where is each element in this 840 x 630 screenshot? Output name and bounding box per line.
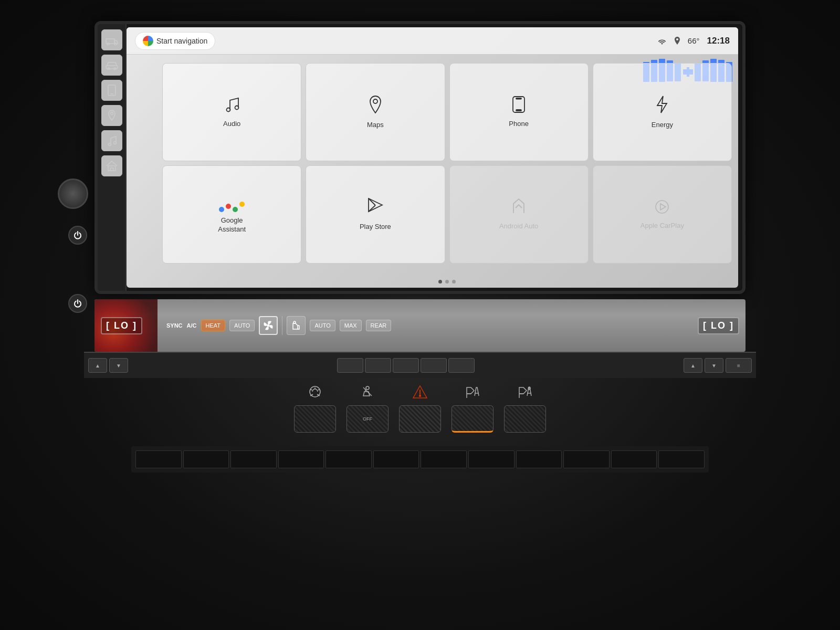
sidebar-icon-phone[interactable] (101, 80, 122, 101)
auto-button[interactable]: AUTO (310, 320, 335, 331)
vent-slot-6 (373, 450, 419, 468)
svg-rect-27 (516, 110, 521, 111)
svg-point-10 (113, 142, 116, 144)
app-tile-phone[interactable]: Phone (449, 63, 589, 161)
volume-knob[interactable] (58, 178, 88, 209)
vent-slot-5 (326, 450, 372, 468)
vent-slot-1 (135, 450, 182, 468)
vent-slot-9 (516, 450, 562, 468)
ctrl-btn-4[interactable] (421, 358, 447, 373)
rear-button[interactable]: REAR (366, 320, 392, 331)
ac-label[interactable]: A/C (187, 322, 197, 329)
sync-label[interactable]: SYNC (166, 322, 183, 329)
steering-heat-btn (294, 384, 336, 433)
ctrl-btn-2[interactable] (365, 358, 391, 373)
heat-button[interactable]: HEAT (201, 320, 226, 331)
fan-button[interactable] (259, 316, 278, 335)
sidebar-icon-music[interactable] (101, 130, 122, 151)
parking2-cap[interactable] (504, 405, 546, 433)
svg-rect-12 (110, 168, 113, 171)
nav-button-label: Start navigation (156, 37, 207, 45)
android-auto-icon (510, 198, 527, 218)
ctrl-btn-5[interactable] (448, 358, 475, 373)
play-store-icon (368, 198, 383, 218)
down-arrow-right[interactable]: ▼ (705, 358, 723, 373)
center-ctrl-group (128, 358, 684, 373)
svg-point-9 (108, 143, 111, 146)
ctrl-btn-3[interactable] (393, 358, 419, 373)
vent-bar (131, 446, 709, 472)
svg-marker-30 (660, 204, 666, 210)
apple-carplay-label: Apple CarPlay (640, 222, 684, 230)
vent-slot-10 (563, 450, 610, 468)
app-tile-google-assistant[interactable]: Google Assistant (162, 165, 301, 264)
seat-heat-button[interactable] (287, 316, 306, 335)
temperature-display: 66° (688, 36, 700, 45)
screen-bezel: Start navigation 66° 12:18 (94, 21, 746, 294)
left-temp-display[interactable]: [ LO ] (101, 317, 142, 334)
parking1-icon (465, 384, 480, 402)
max-button[interactable]: MAX (340, 320, 362, 331)
audio-icon (224, 96, 240, 116)
hazard-btn (399, 384, 441, 433)
app-tile-energy[interactable]: Energy (593, 63, 732, 161)
seat-off-cap[interactable]: OFF (346, 405, 388, 433)
svg-point-1 (107, 43, 109, 45)
android-auto-label: Android Auto (499, 222, 538, 231)
vent-slot-8 (468, 450, 514, 468)
page-dot-1[interactable] (438, 280, 442, 284)
wifi-icon (657, 37, 667, 45)
vent-slot-12 (658, 450, 705, 468)
assistant-icon (219, 195, 245, 212)
page-dot-3[interactable] (452, 280, 456, 284)
svg-point-37 (419, 395, 421, 397)
ctrl-btn-1[interactable] (337, 358, 363, 373)
parking1-btn (452, 384, 494, 433)
vent-slot-11 (611, 450, 657, 468)
right-ctrl-group: ▲ ▼ ≡ (684, 358, 752, 373)
down-arrow-left[interactable]: ▼ (109, 358, 128, 373)
up-arrow-right[interactable]: ▲ (684, 358, 702, 373)
extra-btn[interactable]: ≡ (726, 358, 752, 373)
physical-buttons-row: OFF (105, 382, 735, 435)
status-bar: 66° 12:18 (657, 36, 730, 46)
vent-slot-2 (183, 450, 229, 468)
sidebar-icon-home[interactable] (101, 155, 122, 176)
sidebar-icon-truck[interactable] (101, 29, 122, 50)
auto-heat-button[interactable]: AUTO (229, 320, 255, 331)
power-button-upper[interactable] (68, 226, 87, 245)
parking1-cap[interactable] (452, 405, 494, 433)
app-tile-play-store[interactable]: Play Store (306, 165, 445, 264)
bottom-controls-bar: ▲ ▼ ▲ ▼ ≡ (84, 352, 756, 378)
svg-rect-0 (106, 39, 114, 44)
apple-carplay-icon (654, 199, 670, 217)
left-ctrl-group: ▲ ▼ (88, 358, 128, 373)
app-grid: Audio Maps (156, 55, 738, 272)
start-navigation-button[interactable]: Start navigation (135, 32, 215, 50)
main-screen: Start navigation 66° 12:18 (127, 27, 738, 288)
time-display: 12:18 (707, 36, 730, 46)
power-button-lower[interactable] (68, 294, 87, 313)
ac-controls-inner: [ LO ] SYNC A/C HEAT AUTO (101, 316, 739, 335)
dashboard: Start navigation 66° 12:18 (0, 0, 840, 630)
parking2-icon: 0 (518, 384, 532, 402)
play-store-label: Play Store (360, 223, 391, 232)
maps-label: Maps (367, 121, 384, 130)
assistant-label: Google Assistant (218, 216, 246, 234)
vent-slot-3 (230, 450, 277, 468)
steering-heat-cap[interactable] (294, 405, 336, 433)
sidebar-icon-location[interactable] (101, 105, 122, 126)
svg-rect-28 (516, 98, 521, 99)
hazard-cap[interactable] (399, 405, 441, 433)
location-icon (674, 37, 680, 45)
app-tile-maps[interactable]: Maps (306, 63, 445, 161)
page-dot-2[interactable] (445, 280, 449, 284)
ac-control-bar: [ LO ] SYNC A/C HEAT AUTO (94, 299, 746, 352)
svg-point-2 (114, 43, 117, 45)
sidebar-icon-car[interactable] (101, 55, 122, 76)
right-temp-display[interactable]: [ LO ] (698, 317, 739, 334)
app-tile-android-auto[interactable]: Android Auto (449, 165, 589, 264)
up-arrow-left[interactable]: ▲ (88, 358, 107, 373)
app-tile-apple-carplay[interactable]: Apple CarPlay (593, 165, 732, 264)
app-tile-audio[interactable]: Audio (162, 63, 301, 161)
